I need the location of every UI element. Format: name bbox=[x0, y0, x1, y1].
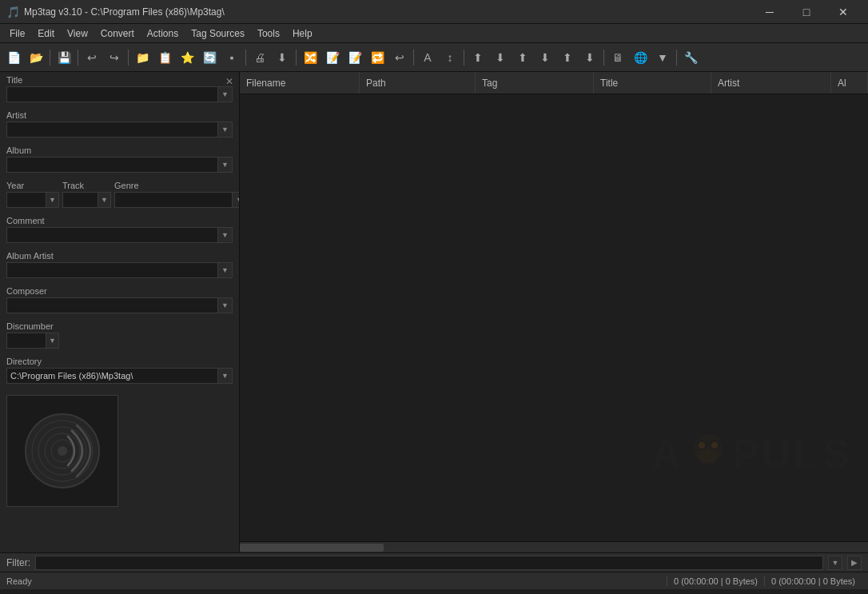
print-btn[interactable]: 🖨 bbox=[249, 47, 270, 68]
track-input[interactable] bbox=[62, 192, 98, 208]
album-artist-dropdown-btn[interactable]: ▼ bbox=[218, 262, 233, 278]
menu-item-edit[interactable]: Edit bbox=[31, 26, 61, 41]
title-input[interactable] bbox=[6, 86, 218, 102]
upload2-btn[interactable]: ⬆ bbox=[512, 47, 533, 68]
comment-input[interactable] bbox=[6, 227, 218, 243]
col-header-artist[interactable]: Artist bbox=[711, 72, 831, 94]
menubar: FileEditViewConvertActionsTag SourcesToo… bbox=[0, 24, 868, 43]
filter-input[interactable] bbox=[35, 556, 823, 570]
artist-dropdown-btn[interactable]: ▼ bbox=[218, 122, 233, 138]
composer-field-group: Composer ▼ bbox=[0, 283, 239, 318]
comment-dropdown-btn[interactable]: ▼ bbox=[218, 227, 233, 243]
status-ready: Ready bbox=[6, 576, 667, 586]
close-button[interactable]: ✕ bbox=[825, 0, 862, 24]
col-header-path[interactable]: Path bbox=[360, 72, 476, 94]
status-info1: 0 (00:00:00 | 0 Bytes) bbox=[667, 576, 764, 586]
discnumber-dropdown-btn[interactable]: ▼ bbox=[46, 333, 59, 349]
track-input-wrapper: ▼ bbox=[62, 192, 111, 208]
composer-dropdown-btn[interactable]: ▼ bbox=[218, 297, 233, 313]
arrow-updown-btn[interactable]: ↕ bbox=[440, 47, 460, 68]
display-btn[interactable]: 🖥 bbox=[607, 47, 628, 68]
album-art[interactable] bbox=[6, 395, 118, 507]
composer-input[interactable] bbox=[6, 297, 218, 313]
title-dropdown-btn[interactable]: ▼ bbox=[218, 86, 233, 102]
download-btn[interactable]: ⬇ bbox=[272, 47, 293, 68]
maximize-button[interactable]: □ bbox=[788, 0, 825, 24]
toolbar-separator bbox=[676, 50, 677, 66]
wrench-btn[interactable]: 🔧 bbox=[680, 47, 701, 68]
track-field: Track ▼ bbox=[62, 181, 111, 208]
menu-item-file[interactable]: File bbox=[3, 26, 31, 41]
edit2-btn[interactable]: 📝 bbox=[344, 47, 365, 68]
refresh-btn[interactable]: 🔄 bbox=[199, 47, 220, 68]
album-dropdown-btn[interactable]: ▼ bbox=[218, 157, 233, 173]
directory-label: Directory bbox=[6, 357, 233, 366]
new-file-btn[interactable]: 📄 bbox=[3, 47, 24, 68]
download4-btn[interactable]: ⬇ bbox=[579, 47, 600, 68]
watermark-owl-icon bbox=[687, 433, 730, 476]
col-header-title[interactable]: Title bbox=[594, 72, 711, 94]
revert-btn[interactable]: ↩ bbox=[389, 47, 410, 68]
year-dropdown-btn[interactable]: ▼ bbox=[46, 192, 59, 208]
menu-item-convert[interactable]: Convert bbox=[94, 26, 141, 41]
status-info2: 0 (00:00:00 | 0 Bytes) bbox=[764, 576, 862, 586]
directory-input-wrapper: ▼ bbox=[6, 368, 233, 384]
statusbar: Ready 0 (00:00:00 | 0 Bytes) 0 (00:00:00… bbox=[0, 572, 868, 589]
directory-field-group: Directory ▼ bbox=[0, 353, 239, 389]
table-body[interactable]: A PUL S bbox=[240, 94, 868, 541]
open-btn[interactable]: 📂 bbox=[26, 47, 46, 68]
clipboard-btn[interactable]: 📋 bbox=[154, 47, 175, 68]
col-header-tag[interactable]: Tag bbox=[476, 72, 594, 94]
year-input[interactable] bbox=[6, 192, 46, 208]
year-field: Year ▼ bbox=[6, 181, 59, 208]
spacer1-btn[interactable]: ▪ bbox=[221, 47, 242, 68]
dropdown-btn[interactable]: ▼ bbox=[652, 47, 673, 68]
download3-btn[interactable]: ⬇ bbox=[535, 47, 555, 68]
folder-add-btn[interactable]: 📁 bbox=[132, 47, 153, 68]
toolbar-separator bbox=[50, 50, 50, 66]
horizontal-scrollbar[interactable] bbox=[240, 541, 868, 552]
upload3-btn[interactable]: ⬆ bbox=[557, 47, 578, 68]
loop-btn[interactable]: 🔁 bbox=[367, 47, 388, 68]
web-btn[interactable]: 🌐 bbox=[630, 47, 651, 68]
title-input-wrapper: ▼ bbox=[6, 86, 233, 102]
edit1-btn[interactable]: 📝 bbox=[322, 47, 343, 68]
toolbar-separator bbox=[603, 50, 604, 66]
artist-input[interactable] bbox=[6, 122, 218, 138]
discnumber-input[interactable] bbox=[6, 333, 46, 349]
col-header-filename[interactable]: Filename bbox=[240, 72, 360, 94]
favorite-btn[interactable]: ⭐ bbox=[177, 47, 197, 68]
menu-item-tools[interactable]: Tools bbox=[251, 26, 286, 41]
minimize-button[interactable]: ─ bbox=[751, 0, 788, 24]
menu-item-help[interactable]: Help bbox=[286, 26, 319, 41]
toolbar: 📄📂💾↩↪📁📋⭐🔄▪🖨⬇🔀📝📝🔁↩A↕⬆⬇⬆⬇⬆⬇🖥🌐▼🔧 bbox=[0, 43, 868, 72]
col-header-al[interactable]: Al bbox=[831, 72, 868, 94]
menu-item-view[interactable]: View bbox=[61, 26, 94, 41]
filter-go-btn[interactable]: ▶ bbox=[847, 556, 862, 570]
toolbar-separator bbox=[464, 50, 464, 66]
directory-input[interactable] bbox=[6, 368, 218, 384]
filter-dropdown-btn[interactable]: ▼ bbox=[828, 556, 842, 570]
menu-item-tag sources[interactable]: Tag Sources bbox=[185, 26, 251, 41]
save-btn[interactable]: 💾 bbox=[54, 47, 74, 68]
redo-btn[interactable]: ↪ bbox=[104, 47, 125, 68]
title-label: Title bbox=[6, 75, 233, 85]
album-input[interactable] bbox=[6, 157, 218, 173]
toolbar-separator bbox=[128, 50, 129, 66]
shuffle-btn[interactable]: 🔀 bbox=[300, 47, 321, 68]
composer-label: Composer bbox=[6, 286, 233, 296]
genre-dropdown-btn[interactable]: ▼ bbox=[233, 192, 240, 208]
toolbar-separator bbox=[296, 50, 297, 66]
album-artist-input[interactable] bbox=[6, 262, 218, 278]
menu-item-actions[interactable]: Actions bbox=[141, 26, 185, 41]
directory-dropdown-btn[interactable]: ▼ bbox=[218, 368, 233, 384]
tag-a-btn[interactable]: A bbox=[417, 47, 438, 68]
album-label: Album bbox=[6, 146, 233, 155]
track-dropdown-btn[interactable]: ▼ bbox=[98, 192, 111, 208]
title-field-group: Title ▼ bbox=[0, 72, 239, 107]
genre-input[interactable] bbox=[114, 192, 233, 208]
upload-btn[interactable]: ⬆ bbox=[468, 47, 488, 68]
left-panel-close-button[interactable]: ✕ bbox=[223, 75, 236, 88]
undo-btn[interactable]: ↩ bbox=[82, 47, 102, 68]
download2-btn[interactable]: ⬇ bbox=[490, 47, 511, 68]
